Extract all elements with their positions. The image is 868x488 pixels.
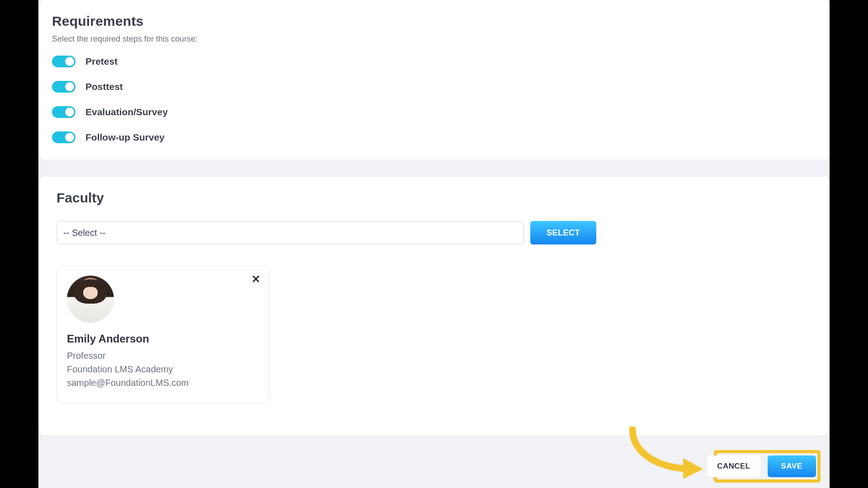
faculty-person-card: ✕ Emily Anderson Professor Foundation LM… — [57, 265, 269, 404]
close-icon[interactable]: ✕ — [251, 274, 260, 285]
toggle-label: Posttest — [85, 81, 123, 92]
requirements-title: Requirements — [52, 14, 816, 29]
faculty-select-row: -- Select -- SELECT — [57, 221, 811, 244]
person-role: Professor — [67, 349, 259, 362]
toggle-label: Evaluation/Survey — [85, 107, 168, 117]
faculty-select-button[interactable]: SELECT — [530, 221, 596, 244]
person-name: Emily Anderson — [67, 333, 259, 345]
avatar — [67, 276, 114, 323]
toggle-label: Pretest — [85, 56, 118, 67]
toggle-label: Follow-up Survey — [85, 132, 165, 143]
footer-actions: CANCEL SAVE — [707, 455, 816, 477]
cancel-button[interactable]: CANCEL — [707, 455, 760, 477]
faculty-select-placeholder: -- Select -- — [63, 228, 105, 238]
toggle-pretest[interactable] — [52, 56, 75, 67]
requirements-subtitle: Select the required steps for this cours… — [52, 34, 816, 44]
toggle-followup[interactable] — [52, 131, 75, 143]
save-button[interactable]: SAVE — [768, 455, 816, 477]
faculty-select[interactable]: -- Select -- — [57, 221, 524, 244]
person-org: Foundation LMS Academy — [67, 362, 259, 376]
requirement-row-pretest: Pretest — [52, 56, 816, 67]
requirement-row-posttest: Posttest — [52, 81, 816, 93]
faculty-section: Faculty -- Select -- SELECT ✕ Emily Ande… — [38, 177, 830, 435]
requirements-section: Requirements Select the required steps f… — [38, 0, 830, 160]
toggle-posttest[interactable] — [52, 81, 75, 93]
toggle-evaluation[interactable] — [52, 106, 75, 118]
faculty-title: Faculty — [57, 190, 811, 206]
person-email: sample@FoundationLMS.com — [67, 376, 259, 389]
requirement-row-evaluation: Evaluation/Survey — [52, 106, 816, 118]
requirement-row-followup: Follow-up Survey — [52, 131, 816, 143]
